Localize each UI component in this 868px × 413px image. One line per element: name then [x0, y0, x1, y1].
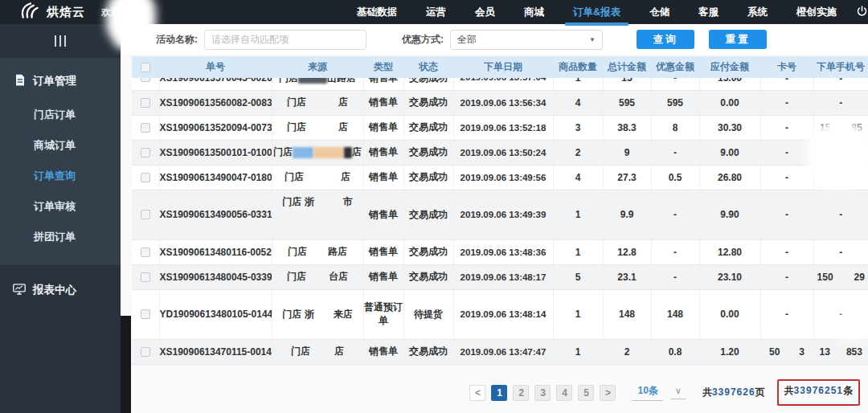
nav-item-4[interactable]: 订单&报表: [573, 6, 620, 19]
order-no-cell: XS19090613500101-0100: [159, 140, 272, 165]
payable-amount-cell: 1.20: [699, 339, 760, 364]
type-cell: 销售单: [363, 90, 403, 115]
discount-amount-cell: 148: [651, 289, 699, 339]
row-checkbox[interactable]: [141, 309, 150, 319]
sidebar-group-title[interactable]: 订单管理: [0, 67, 121, 100]
select-all-checkbox[interactable]: [141, 63, 150, 72]
row-checkbox[interactable]: [141, 210, 150, 219]
order-no-cell: XS19090613480045-0339: [159, 264, 272, 289]
sidebar-item-3[interactable]: 订单审核: [0, 191, 121, 222]
discount-amount-cell: -: [651, 140, 699, 165]
page-button-5[interactable]: 5: [578, 385, 594, 401]
discount-amount-cell: -: [651, 78, 699, 90]
status-cell: 交易成功: [403, 339, 453, 364]
nav-item-6[interactable]: 客服: [698, 6, 719, 19]
total-amount-cell: 595: [603, 90, 651, 115]
table-row: XS19090613560082-0083门店店销售单交易成功2019.09.0…: [132, 90, 868, 115]
sidebar-item-4[interactable]: 拼团订单: [0, 222, 121, 252]
row-checkbox[interactable]: [141, 123, 150, 133]
reset-button[interactable]: 重置: [709, 30, 767, 49]
total-pages-text: 共3397626页: [702, 386, 765, 399]
nav-item-1[interactable]: 运营: [426, 6, 446, 19]
row-checkbox[interactable]: [141, 347, 150, 357]
total-amount-cell: 9: [603, 140, 651, 165]
status-cell: 交易成功: [403, 190, 453, 239]
total-amount-cell: 12.8: [603, 239, 651, 264]
quantity-cell: 5: [553, 264, 603, 289]
order-no-cell: XS19090613490047-0180: [159, 165, 272, 190]
type-cell: 销售单: [363, 165, 403, 190]
quantity-cell: 2: [553, 140, 603, 165]
status-cell: 交易成功: [403, 90, 453, 115]
select-caret-icon: ▼: [589, 36, 596, 43]
discount-amount-cell: -: [651, 190, 699, 239]
quantity-cell: 4: [553, 90, 603, 115]
document-icon: [14, 74, 26, 88]
table-row: XS19090613470115-0014门店店销售单交易成功2019.09.0…: [132, 339, 868, 364]
card-no-cell: -: [760, 115, 813, 140]
table-row: XS19090613570045-0026门店山路店销售单交易成功2019.09…: [132, 78, 868, 90]
source-cell: 门店店: [272, 115, 363, 140]
discount-amount-cell: -: [651, 239, 699, 264]
column-header-3: 状态: [403, 56, 453, 78]
nav-item-2[interactable]: 会员: [475, 6, 495, 19]
page-button-3[interactable]: 3: [534, 385, 551, 401]
card-no-cell: -: [760, 90, 813, 115]
sidebar-collapse-toggle-icon[interactable]: [0, 24, 121, 58]
next-page-button[interactable]: >: [600, 385, 616, 401]
table-row: YD19090613480105-0144门店 浙来店普通预订单待提货2019.…: [132, 289, 868, 339]
type-cell: 销售单: [363, 78, 403, 90]
nav-item-3[interactable]: 商城: [524, 6, 544, 19]
table-row: XS19090613520094-0073门店店销售单交易成功2019.09.0…: [132, 115, 868, 140]
sidebar-item-2[interactable]: 订单查询: [0, 161, 121, 191]
source-cell: 门店山路店: [272, 78, 363, 90]
phone-cell: 13853: [813, 339, 868, 364]
row-checkbox[interactable]: [141, 78, 150, 82]
type-cell: 销售单: [363, 339, 403, 364]
brand[interactable]: 烘焙云 欢迎: [0, 2, 121, 22]
phone-cell: -: [813, 90, 868, 115]
nav-item-7[interactable]: 系统: [747, 6, 768, 19]
phone-cell: -: [813, 140, 868, 165]
brand-logo-icon: [19, 2, 42, 22]
sidebar-item-0[interactable]: 门店订单: [0, 100, 121, 130]
phone-cell: 1585: [813, 115, 868, 140]
page-button-2[interactable]: 2: [513, 385, 529, 401]
nav-item-8[interactable]: 橙创实施: [796, 6, 837, 19]
type-cell: 普通预订单: [363, 289, 403, 339]
pagination-bar: < 12345 > 10条 ∨ 共3397626页 共33976251条: [121, 379, 868, 406]
row-checkbox[interactable]: [141, 247, 150, 257]
card-no-cell: -: [760, 165, 813, 190]
activity-name-input[interactable]: [204, 30, 366, 50]
row-checkbox[interactable]: [141, 148, 150, 157]
order-date-cell: 2019.09.06 13:56:34: [453, 90, 553, 115]
table-row: XS19090613490047-0180门店店销售单交易成功2019.09.0…: [132, 165, 868, 190]
logout-power-button[interactable]: [856, 5, 868, 20]
discount-method-label: 优惠方式:: [402, 33, 444, 47]
brand-name: 烘焙云: [47, 5, 85, 20]
nav-item-5[interactable]: 仓储: [649, 6, 669, 19]
prev-page-button[interactable]: <: [469, 385, 485, 401]
page-size-select[interactable]: 10条 ∨: [633, 384, 685, 401]
discount-method-select[interactable]: 全部 ▼: [450, 30, 603, 50]
sidebar-item-report-center[interactable]: 报表中心: [0, 265, 121, 297]
total-amount-cell: 27.3: [603, 165, 651, 190]
order-date-cell: 2019.09.06 13:49:56: [453, 165, 553, 190]
payable-amount-cell: 9.90: [699, 190, 760, 239]
order-date-cell: 2019.09.06 13:48:36: [453, 239, 553, 264]
order-date-cell: 2019.09.06 13:57:04: [453, 78, 553, 90]
sidebar-item-1[interactable]: 商城订单: [0, 130, 121, 161]
row-checkbox[interactable]: [141, 98, 150, 108]
search-button[interactable]: 查询: [637, 30, 694, 49]
page-button-4[interactable]: 4: [556, 385, 572, 401]
row-checkbox[interactable]: [141, 272, 150, 282]
order-date-cell: 2019.09.06 13:48:17: [453, 264, 553, 289]
nav-item-0[interactable]: 基础数据: [357, 6, 397, 19]
row-checkbox[interactable]: [141, 173, 150, 182]
total-amount-cell: 15: [603, 78, 651, 90]
page-button-1[interactable]: 1: [491, 385, 507, 401]
order-date-cell: 2019.09.06 13:48:14: [453, 289, 553, 339]
status-cell: 交易成功: [403, 140, 453, 165]
order-date-cell: 2019.09.06 13:50:24: [453, 140, 553, 165]
total-amount-cell: 38.3: [603, 115, 651, 140]
